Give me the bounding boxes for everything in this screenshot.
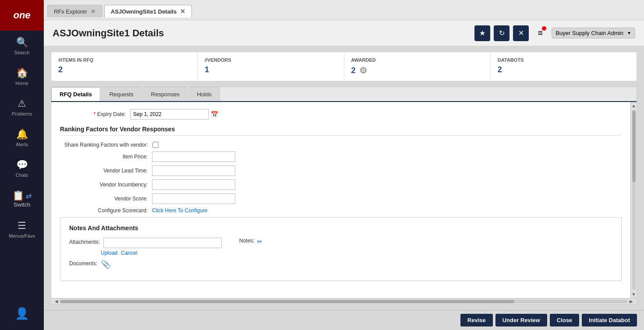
- scrollbar-track[interactable]: [632, 110, 636, 290]
- stat-vendors: #VENDORS 1: [198, 52, 344, 81]
- stat-value: 2: [58, 65, 190, 74]
- vendor-lead-time-input[interactable]: [152, 165, 235, 176]
- stat-label: #VENDORS: [205, 57, 336, 63]
- sidebar-item-label: Alerts: [16, 142, 28, 147]
- scroll-left-arrow[interactable]: ◀: [53, 299, 60, 304]
- horizontal-scrollbar[interactable]: ◀ ▶: [51, 298, 637, 304]
- attachments-input[interactable]: [103, 238, 222, 248]
- page-header: ASJOwningSite1 Details ★ ↻ ✕ ≡ Buyer Sup…: [44, 20, 644, 46]
- sidebar-item-menus[interactable]: ☰ Menus/Favs: [0, 214, 44, 245]
- scroll-right-arrow[interactable]: ▶: [628, 299, 635, 304]
- attachments-row: Attachments: Upload Cancel Documents: 📎: [69, 238, 612, 269]
- sidebar-item-switch[interactable]: 📋 ⇄ Switch: [0, 184, 44, 214]
- cancel-link[interactable]: Cancel: [121, 250, 137, 256]
- avatar-icon: 👤: [15, 307, 29, 320]
- scroll-up-arrow[interactable]: ▲: [632, 102, 636, 109]
- upload-link[interactable]: Upload: [101, 250, 117, 256]
- sidebar-item-label: Switch: [14, 201, 30, 208]
- notes-section: Notes: ✏: [239, 238, 262, 246]
- sidebar-item-home[interactable]: 🏠 Home: [0, 61, 44, 92]
- expiry-date-row: Expiry Date: 📅: [60, 109, 622, 119]
- sidebar-item-search[interactable]: 🔍 Search: [0, 31, 44, 61]
- sidebar-avatar[interactable]: 👤: [0, 301, 44, 326]
- sidebar: one 🔍 Search 🏠 Home ⚠ Problems 🔔 Alerts …: [0, 0, 44, 330]
- notification-dot: [542, 26, 546, 31]
- item-price-row: Item Price:: [64, 151, 617, 162]
- item-price-label: Item Price:: [64, 154, 152, 160]
- chevron-down-icon: ▼: [627, 31, 631, 35]
- h-scrollbar-track[interactable]: [60, 300, 628, 303]
- vendor-score-input[interactable]: [152, 193, 235, 204]
- user-label: Buyer Supply Chain Admin: [556, 30, 623, 36]
- tab-bar: RFx Explorer ✕ ASJOwningSite1 Details ✕: [44, 0, 644, 20]
- calendar-icon[interactable]: 📅: [211, 111, 218, 118]
- sidebar-item-label: Home: [15, 81, 28, 86]
- initiate-databot-button[interactable]: Initiate Databot: [582, 314, 637, 326]
- notes-edit-icon[interactable]: ✏: [257, 238, 262, 245]
- tab-close-rfx[interactable]: ✕: [91, 8, 96, 15]
- tab-rfx-explorer[interactable]: RFx Explorer ✕: [47, 5, 103, 18]
- tab-asj-details[interactable]: ASJOwningSite1 Details ✕: [104, 5, 192, 18]
- ranking-section-title: Ranking Factors for Vendor Responses: [60, 126, 622, 136]
- scrollbar-thumb: [632, 110, 636, 182]
- share-ranking-label: Share Ranking Factors with vendor:: [64, 142, 152, 148]
- share-ranking-checkbox[interactable]: [152, 142, 159, 148]
- notes-label: Notes:: [239, 238, 255, 244]
- gear-icon[interactable]: ⚙: [359, 65, 367, 76]
- stat-label: DATABOTS: [498, 57, 630, 63]
- item-price-input[interactable]: [152, 151, 235, 162]
- form-scroll[interactable]: Expiry Date: 📅 Ranking Factors for Vendo…: [51, 102, 630, 298]
- document-icon[interactable]: 📎: [101, 260, 110, 269]
- sidebar-item-alerts[interactable]: 🔔 Alerts: [0, 123, 44, 153]
- close-button[interactable]: ✕: [513, 25, 529, 41]
- ranking-form: Share Ranking Factors with vendor: Item …: [60, 142, 622, 214]
- app-logo[interactable]: one: [0, 0, 44, 31]
- sidebar-item-label: Search: [14, 50, 30, 55]
- right-scrollbar[interactable]: ▲ ▼: [630, 102, 637, 298]
- configure-scorecard-link[interactable]: Click Here To Configure: [152, 207, 208, 214]
- tab-rfq-details[interactable]: RFQ Details: [51, 87, 100, 101]
- refresh-button[interactable]: ↻: [494, 25, 510, 41]
- attachments-label: Attachments:: [69, 239, 100, 245]
- switch-arrows-icon: ⇄: [26, 192, 32, 200]
- inner-tab-bar: RFQ Details Requests Responses Holds: [51, 87, 637, 102]
- configure-scorecard-label: Configure Scorecard:: [64, 207, 152, 214]
- under-review-button[interactable]: Under Review: [495, 314, 547, 326]
- tab-label: ASJOwningSite1 Details: [111, 8, 177, 15]
- tab-responses[interactable]: Responses: [143, 87, 188, 101]
- form-area-wrapper: Expiry Date: 📅 Ranking Factors for Vendo…: [51, 102, 637, 298]
- sidebar-item-label: Menus/Favs: [9, 233, 35, 239]
- stat-value: 2 ⚙: [351, 65, 483, 76]
- scroll-down-arrow[interactable]: ▼: [632, 291, 636, 298]
- vendor-incumbency-label: Vendor Incumbency:: [64, 182, 152, 188]
- revise-button[interactable]: Revise: [460, 314, 493, 326]
- close-rfq-button[interactable]: Close: [550, 314, 579, 326]
- bell-icon: 🔔: [16, 129, 28, 140]
- vendor-lead-time-row: Vendor Lead Time:: [64, 165, 617, 176]
- stat-value: 1: [205, 65, 336, 74]
- header-actions: ★ ↻ ✕ ≡ Buyer Supply Chain Admin ▼: [474, 25, 635, 41]
- tab-requests[interactable]: Requests: [101, 87, 142, 101]
- expiry-date-label: Expiry Date:: [60, 111, 130, 117]
- menu-icon: ☰: [18, 220, 26, 232]
- stat-awarded: AWARDED 2 ⚙: [344, 52, 491, 81]
- attachments-left: Attachments: Upload Cancel Documents: 📎: [69, 238, 222, 269]
- favorite-button[interactable]: ★: [474, 25, 490, 41]
- sidebar-item-chats[interactable]: 💬 Chats: [0, 153, 44, 184]
- tab-holds[interactable]: Holds: [189, 87, 220, 101]
- tab-close-asj[interactable]: ✕: [180, 8, 185, 15]
- h-scrollbar-thumb: [60, 300, 514, 303]
- notes-attachments-title: Notes And Attachments: [69, 225, 612, 232]
- user-dropdown[interactable]: Buyer Supply Chain Admin ▼: [552, 28, 635, 39]
- sidebar-item-problems[interactable]: ⚠ Problems: [0, 92, 44, 123]
- vendor-incumbency-input[interactable]: [152, 179, 235, 190]
- menu-button[interactable]: ≡: [532, 25, 548, 41]
- expiry-date-input[interactable]: [130, 109, 209, 119]
- vendor-score-row: Vendor Score:: [64, 193, 617, 204]
- tab-label: RFx Explorer: [54, 8, 87, 15]
- vendor-lead-time-label: Vendor Lead Time:: [64, 168, 152, 174]
- stats-row: #ITEMS IN RFQ 2 #VENDORS 1 AWARDED 2 ⚙ D: [51, 52, 637, 81]
- share-ranking-row: Share Ranking Factors with vendor:: [64, 142, 617, 148]
- warning-icon: ⚠: [18, 98, 26, 109]
- stat-value: 2: [498, 65, 630, 74]
